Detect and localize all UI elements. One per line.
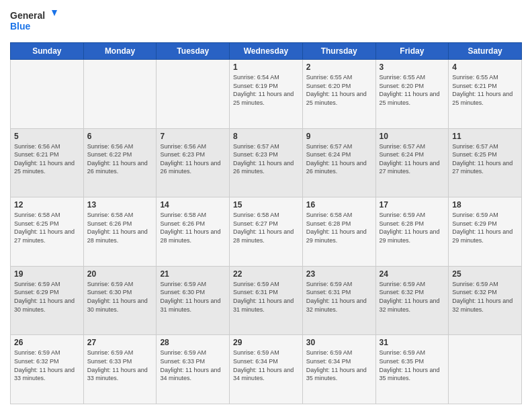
day-number: 12 [14, 200, 80, 210]
day-number: 30 [306, 338, 372, 347]
day-cell: 27Sunrise: 6:59 AMSunset: 6:33 PMDayligh… [83, 335, 157, 404]
day-cell: 28Sunrise: 6:59 AMSunset: 6:33 PMDayligh… [157, 335, 230, 404]
svg-text:Blue: Blue [10, 21, 31, 32]
day-info: Sunrise: 6:55 AMSunset: 6:21 PMDaylight:… [452, 73, 518, 107]
day-info: Sunrise: 6:59 AMSunset: 6:32 PMDaylight:… [380, 280, 445, 314]
calendar-header-row: SundayMondayTuesdayWednesdayThursdayFrid… [11, 43, 522, 60]
svg-marker-2 [52, 10, 57, 16]
week-row-1: 1Sunrise: 6:54 AMSunset: 6:19 PMDaylight… [11, 60, 522, 129]
day-cell: 8Sunrise: 6:57 AMSunset: 6:23 PMDaylight… [230, 128, 303, 197]
day-cell: 26Sunrise: 6:59 AMSunset: 6:32 PMDayligh… [11, 335, 84, 404]
week-row-3: 12Sunrise: 6:58 AMSunset: 6:25 PMDayligh… [11, 197, 522, 267]
day-cell: 22Sunrise: 6:59 AMSunset: 6:31 PMDayligh… [230, 266, 303, 335]
day-info: Sunrise: 6:57 AMSunset: 6:24 PMDaylight:… [306, 142, 372, 176]
day-number: 20 [87, 269, 153, 279]
day-cell: 17Sunrise: 6:59 AMSunset: 6:28 PMDayligh… [375, 197, 449, 267]
day-cell: 13Sunrise: 6:58 AMSunset: 6:26 PMDayligh… [83, 197, 157, 267]
day-info: Sunrise: 6:55 AMSunset: 6:20 PMDaylight:… [380, 73, 445, 107]
day-info: Sunrise: 6:59 AMSunset: 6:30 PMDaylight:… [160, 280, 226, 314]
week-row-5: 26Sunrise: 6:59 AMSunset: 6:32 PMDayligh… [11, 335, 522, 404]
day-info: Sunrise: 6:59 AMSunset: 6:34 PMDaylight:… [306, 349, 372, 382]
header-thursday: Thursday [302, 43, 375, 60]
day-cell: 4Sunrise: 6:55 AMSunset: 6:21 PMDaylight… [449, 60, 522, 129]
day-cell: 31Sunrise: 6:59 AMSunset: 6:35 PMDayligh… [375, 335, 449, 404]
day-number: 18 [452, 200, 518, 210]
day-number: 24 [380, 269, 445, 279]
day-cell: 15Sunrise: 6:58 AMSunset: 6:27 PMDayligh… [230, 197, 303, 267]
day-number: 22 [233, 269, 299, 279]
day-cell: 5Sunrise: 6:56 AMSunset: 6:21 PMDaylight… [11, 128, 84, 197]
day-cell: 29Sunrise: 6:59 AMSunset: 6:34 PMDayligh… [230, 335, 303, 404]
day-info: Sunrise: 6:59 AMSunset: 6:31 PMDaylight:… [306, 280, 372, 314]
day-cell: 1Sunrise: 6:54 AMSunset: 6:19 PMDaylight… [230, 60, 303, 129]
day-info: Sunrise: 6:59 AMSunset: 6:32 PMDaylight:… [452, 280, 518, 314]
day-cell: 23Sunrise: 6:59 AMSunset: 6:31 PMDayligh… [302, 266, 375, 335]
day-info: Sunrise: 6:59 AMSunset: 6:29 PMDaylight:… [452, 211, 518, 244]
day-cell: 20Sunrise: 6:59 AMSunset: 6:30 PMDayligh… [83, 266, 157, 335]
day-cell: 25Sunrise: 6:59 AMSunset: 6:32 PMDayligh… [449, 266, 522, 335]
calendar-page: General Blue SundayMondayTuesdayWednesda… [0, 0, 532, 411]
day-cell: 16Sunrise: 6:58 AMSunset: 6:28 PMDayligh… [302, 197, 375, 267]
day-number: 10 [380, 132, 445, 141]
day-info: Sunrise: 6:57 AMSunset: 6:23 PMDaylight:… [233, 142, 299, 176]
header-tuesday: Tuesday [157, 43, 230, 60]
day-number: 3 [380, 62, 445, 72]
day-number: 28 [160, 338, 226, 347]
day-info: Sunrise: 6:59 AMSunset: 6:29 PMDaylight:… [14, 280, 80, 314]
day-info: Sunrise: 6:58 AMSunset: 6:25 PMDaylight:… [14, 211, 80, 244]
day-number: 1 [233, 62, 299, 72]
day-number: 21 [160, 269, 226, 279]
day-number: 23 [306, 269, 372, 279]
day-info: Sunrise: 6:58 AMSunset: 6:27 PMDaylight:… [233, 211, 299, 244]
header-friday: Friday [375, 43, 449, 60]
day-number: 5 [14, 132, 80, 141]
day-number: 8 [233, 132, 299, 141]
day-info: Sunrise: 6:55 AMSunset: 6:20 PMDaylight:… [306, 73, 372, 107]
page-header: General Blue [10, 7, 522, 37]
day-number: 13 [87, 200, 153, 210]
day-info: Sunrise: 6:56 AMSunset: 6:21 PMDaylight:… [14, 142, 80, 176]
header-monday: Monday [83, 43, 157, 60]
day-cell: 21Sunrise: 6:59 AMSunset: 6:30 PMDayligh… [157, 266, 230, 335]
day-info: Sunrise: 6:59 AMSunset: 6:31 PMDaylight:… [233, 280, 299, 314]
day-number: 2 [306, 62, 372, 72]
day-number: 11 [452, 132, 518, 141]
day-info: Sunrise: 6:57 AMSunset: 6:24 PMDaylight:… [380, 142, 445, 176]
day-info: Sunrise: 6:59 AMSunset: 6:30 PMDaylight:… [87, 280, 153, 314]
day-info: Sunrise: 6:56 AMSunset: 6:22 PMDaylight:… [87, 142, 153, 176]
day-cell: 30Sunrise: 6:59 AMSunset: 6:34 PMDayligh… [302, 335, 375, 404]
header-saturday: Saturday [449, 43, 522, 60]
day-cell: 9Sunrise: 6:57 AMSunset: 6:24 PMDaylight… [302, 128, 375, 197]
day-info: Sunrise: 6:59 AMSunset: 6:32 PMDaylight:… [14, 349, 80, 382]
day-number: 14 [160, 200, 226, 210]
day-number: 4 [452, 62, 518, 72]
day-info: Sunrise: 6:56 AMSunset: 6:23 PMDaylight:… [160, 142, 226, 176]
day-number: 7 [160, 132, 226, 141]
logo: General Blue [10, 7, 57, 37]
week-row-4: 19Sunrise: 6:59 AMSunset: 6:29 PMDayligh… [11, 266, 522, 335]
day-number: 16 [306, 200, 372, 210]
day-info: Sunrise: 6:59 AMSunset: 6:33 PMDaylight:… [160, 349, 226, 382]
day-cell: 3Sunrise: 6:55 AMSunset: 6:20 PMDaylight… [375, 60, 449, 129]
header-wednesday: Wednesday [230, 43, 303, 60]
day-cell [157, 60, 230, 129]
day-info: Sunrise: 6:58 AMSunset: 6:26 PMDaylight:… [87, 211, 153, 244]
day-info: Sunrise: 6:59 AMSunset: 6:34 PMDaylight:… [233, 349, 299, 382]
day-cell: 19Sunrise: 6:59 AMSunset: 6:29 PMDayligh… [11, 266, 84, 335]
day-info: Sunrise: 6:59 AMSunset: 6:33 PMDaylight:… [87, 349, 153, 382]
day-info: Sunrise: 6:58 AMSunset: 6:28 PMDaylight:… [306, 211, 372, 244]
day-info: Sunrise: 6:58 AMSunset: 6:26 PMDaylight:… [160, 211, 226, 244]
logo-svg: General Blue [10, 7, 57, 37]
day-number: 26 [14, 338, 80, 347]
day-cell: 6Sunrise: 6:56 AMSunset: 6:22 PMDaylight… [83, 128, 157, 197]
day-number: 31 [380, 338, 445, 347]
day-number: 17 [380, 200, 445, 210]
day-cell: 2Sunrise: 6:55 AMSunset: 6:20 PMDaylight… [302, 60, 375, 129]
day-cell: 7Sunrise: 6:56 AMSunset: 6:23 PMDaylight… [157, 128, 230, 197]
day-cell: 11Sunrise: 6:57 AMSunset: 6:25 PMDayligh… [449, 128, 522, 197]
day-number: 25 [452, 269, 518, 279]
day-number: 9 [306, 132, 372, 141]
day-info: Sunrise: 6:59 AMSunset: 6:28 PMDaylight:… [380, 211, 445, 244]
day-cell: 24Sunrise: 6:59 AMSunset: 6:32 PMDayligh… [375, 266, 449, 335]
week-row-2: 5Sunrise: 6:56 AMSunset: 6:21 PMDaylight… [11, 128, 522, 197]
